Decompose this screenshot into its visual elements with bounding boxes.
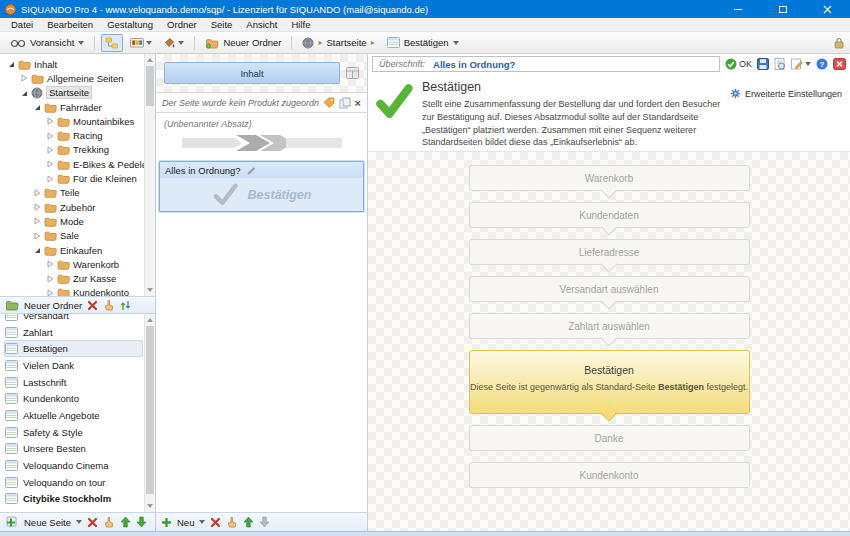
page-list-item[interactable]: Vielen Dank [4, 357, 143, 374]
menu-item-bearbeiten[interactable]: Bearbeiten [40, 19, 100, 30]
module-item-selected[interactable]: Alles in Ordnung? Bestätigen [159, 161, 364, 212]
close-x-icon[interactable]: × [355, 97, 361, 109]
new-page-icon[interactable] [5, 516, 19, 528]
tree-item[interactable]: Teile [4, 186, 143, 200]
expand-arrow-icon[interactable] [45, 132, 54, 140]
tree-item[interactable]: Startseite [4, 86, 143, 100]
edit-pencil-icon[interactable] [246, 165, 257, 175]
tree-item[interactable]: Zubehör [4, 200, 143, 214]
tree-item[interactable]: Einkaufen [4, 243, 143, 257]
inhalt-button[interactable]: Inhalt [164, 62, 340, 84]
scroll-up-icon[interactable] [145, 55, 155, 65]
expand-arrow-icon[interactable] [32, 217, 41, 225]
help-icon[interactable]: ? [816, 58, 828, 70]
page-list-item[interactable]: Bestätigen [4, 340, 143, 357]
collapse-arrow-icon[interactable] [6, 60, 15, 68]
breadcrumb-current[interactable]: Bestätigen [404, 37, 449, 48]
move-up-icon[interactable] [243, 516, 254, 528]
move-up-icon[interactable] [120, 516, 131, 528]
expand-arrow-icon[interactable] [45, 117, 54, 125]
tree-item[interactable]: Inhalt [4, 57, 143, 71]
page-list-item[interactable]: Unsere Besten [4, 441, 143, 458]
collapse-arrow-icon[interactable] [32, 103, 41, 111]
pages-scrollbar[interactable] [144, 314, 155, 512]
chevron-down-icon[interactable] [76, 520, 82, 524]
layout-icon[interactable] [346, 67, 359, 79]
tree-item[interactable]: Racing [4, 128, 143, 142]
scroll-down-icon[interactable] [145, 501, 155, 511]
delete-icon[interactable] [87, 300, 98, 311]
advanced-settings-button[interactable]: Erweiterte Einstellungen [730, 88, 842, 99]
tree-item[interactable]: Sale [4, 229, 143, 243]
tree-item[interactable]: Mode [4, 214, 143, 228]
expand-arrow-icon[interactable] [45, 146, 54, 154]
page-list-item[interactable]: Zahlart [4, 324, 143, 341]
expand-arrow-icon[interactable] [32, 232, 41, 240]
expand-arrow-icon[interactable] [45, 275, 54, 283]
tree-item[interactable]: Allgemeine Seiten [4, 71, 143, 85]
expand-arrow-icon[interactable] [45, 175, 54, 183]
menu-item-datei[interactable]: Datei [4, 19, 40, 30]
tree-item[interactable]: E-Bikes & Pedelecs [4, 157, 143, 171]
structure-view-button[interactable] [101, 34, 123, 52]
menu-item-ansicht[interactable]: Ansicht [239, 19, 284, 30]
close-button[interactable] [805, 0, 850, 18]
breadcrumb-root[interactable]: Startseite [326, 37, 366, 48]
maximize-button[interactable] [760, 0, 805, 18]
expand-arrow-icon[interactable] [45, 160, 54, 168]
close-editor-icon[interactable] [833, 58, 846, 70]
menu-item-gestaltung[interactable]: Gestaltung [100, 19, 160, 30]
paragraph-group[interactable]: (Unbenannter Absatz) [156, 113, 367, 161]
chevron-down-icon[interactable] [453, 41, 459, 45]
tree-scrollbar[interactable] [144, 54, 155, 296]
hand-icon[interactable] [226, 516, 238, 528]
page-list-item[interactable]: Lastschrift [4, 374, 143, 391]
expand-arrow-icon[interactable] [32, 203, 41, 211]
expand-arrow-icon[interactable] [45, 289, 54, 296]
tree-item[interactable]: Kundenkonto [4, 286, 143, 296]
tree-item[interactable]: Zur Kasse [4, 271, 143, 285]
page-list-item[interactable]: Aktuelle Angebote [4, 407, 143, 424]
expand-arrow-icon[interactable] [45, 260, 54, 268]
page-list-item[interactable]: Safety & Style [4, 424, 143, 441]
page-list-item[interactable]: Versandart [4, 314, 143, 324]
move-down-icon[interactable] [136, 516, 147, 528]
scrollbar-thumb[interactable] [146, 326, 154, 494]
page-list-item[interactable]: Kundenkonto [4, 390, 143, 407]
new-page-label[interactable]: Neue Seite [24, 517, 71, 528]
delete-icon[interactable] [87, 517, 98, 528]
style-button[interactable] [159, 34, 188, 52]
page-list-item[interactable]: Veloquando Cinema [4, 457, 143, 474]
collapse-arrow-icon[interactable] [19, 89, 28, 97]
tree-item[interactable]: Fahrräder [4, 100, 143, 114]
tree-item[interactable]: Mountainbikes [4, 114, 143, 128]
minimize-button[interactable] [715, 0, 760, 18]
tree-item[interactable]: Trekking [4, 143, 143, 157]
save-icon[interactable] [757, 58, 769, 70]
expand-arrow-icon[interactable] [19, 74, 28, 82]
copy-icon[interactable] [339, 97, 351, 109]
heading-input[interactable]: Überschrift: Alles in Ordnung? [372, 56, 720, 72]
chevron-down-icon[interactable] [199, 520, 205, 524]
plus-icon[interactable] [161, 517, 172, 528]
preview-button[interactable]: Voransicht [6, 35, 88, 50]
preview-document-icon[interactable] [774, 58, 786, 70]
collapse-arrow-icon[interactable] [32, 246, 41, 254]
ok-button[interactable]: OK [725, 58, 752, 70]
delete-icon[interactable] [210, 517, 221, 528]
new-folder-icon[interactable] [5, 299, 19, 311]
tree-item[interactable]: Warenkorb [4, 257, 143, 271]
design-button[interactable] [126, 34, 156, 51]
scroll-up-icon[interactable] [145, 315, 155, 325]
hand-icon[interactable] [103, 299, 115, 311]
scroll-down-icon[interactable] [145, 285, 155, 295]
page-list-item[interactable]: Veloquando on tour [4, 474, 143, 491]
menu-item-seite[interactable]: Seite [204, 19, 240, 30]
globe-icon[interactable] [302, 37, 314, 49]
sort-icon[interactable] [120, 300, 131, 311]
new-folder-label[interactable]: Neuer Ordner [24, 300, 82, 311]
menu-item-hilfe[interactable]: Hilfe [284, 19, 317, 30]
tree-item[interactable]: Für die Kleinen [4, 171, 143, 185]
scrollbar-thumb[interactable] [146, 66, 154, 106]
hand-icon[interactable] [103, 516, 115, 528]
